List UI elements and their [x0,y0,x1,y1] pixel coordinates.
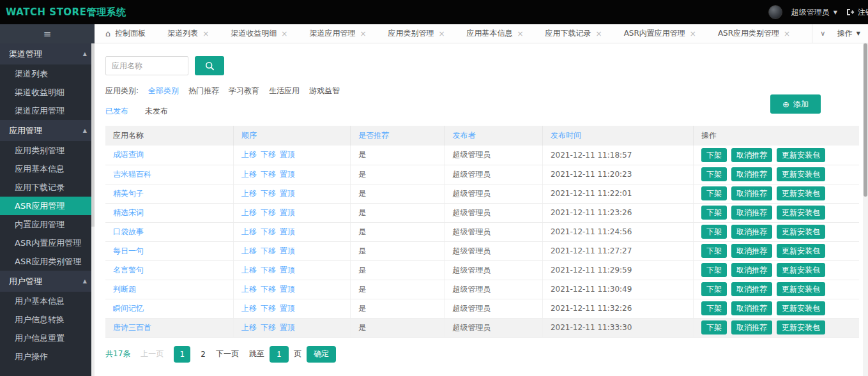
app-name-link[interactable]: 每日一句 [113,246,144,255]
tab-actions-dropdown[interactable]: 操作 ▼ [834,28,868,39]
category-link-2[interactable]: 热门推荐 [188,86,219,95]
close-icon[interactable]: × [202,29,209,38]
app-name-link[interactable]: 唐诗三百首 [113,323,151,332]
category-link-1[interactable]: 全部类别 [148,86,179,95]
app-name-link[interactable]: 吉米猫百科 [113,170,151,179]
order-link-2[interactable]: 下移 [261,189,276,198]
update-package-button[interactable]: 更新安装包 [777,186,825,200]
order-link-1[interactable]: 上移 [241,323,257,332]
close-icon[interactable]: × [690,29,696,38]
page-scrollbar-thumb[interactable] [864,43,867,197]
jump-confirm-button[interactable]: 确定 [307,346,336,363]
close-icon[interactable]: × [517,29,524,38]
tab-6[interactable]: 应用下载记录× [535,24,613,43]
app-name-link[interactable]: 瞬间记忆 [113,304,144,313]
close-icon[interactable]: × [596,29,602,38]
tab-1[interactable]: 渠道列表× [156,24,220,43]
category-link-5[interactable]: 游戏益智 [309,86,340,95]
prev-page-button[interactable]: 上一页 [141,349,164,359]
update-package-button[interactable]: 更新安装包 [777,206,825,220]
cancel-recommend-button[interactable]: 取消推荐 [731,148,772,162]
category-link-3[interactable]: 学习教育 [229,86,259,95]
unpublish-button[interactable]: 下架 [701,282,727,296]
order-link-1[interactable]: 上移 [241,246,257,255]
search-button[interactable] [195,56,224,75]
order-link-3[interactable]: 置顶 [280,170,295,179]
unpublish-button[interactable]: 下架 [701,244,727,258]
unpublish-button[interactable]: 下架 [701,167,727,181]
unpublish-button[interactable]: 下架 [701,320,727,335]
cancel-recommend-button[interactable]: 取消推荐 [731,320,772,335]
category-link-4[interactable]: 生活应用 [269,86,300,95]
app-name-link[interactable]: 精选宋词 [113,208,144,217]
sidebar-item-1-2[interactable]: 渠道收益明细 [0,83,95,102]
update-package-button[interactable]: 更新安装包 [777,263,825,277]
tab-9[interactable]: 用户基本信息× [801,24,812,43]
app-name-link[interactable]: 口袋故事 [113,227,144,236]
order-link-2[interactable]: 下移 [261,285,276,294]
app-name-link[interactable]: 名言警句 [113,266,144,274]
cancel-recommend-button[interactable]: 取消推荐 [731,263,772,277]
tab-2[interactable]: 渠道收益明细× [220,24,298,43]
order-link-1[interactable]: 上移 [241,170,257,179]
sidebar-item-2-2[interactable]: 应用基本信息 [0,160,95,178]
sidebar-group-2[interactable]: 应用管理▲ [0,120,95,141]
order-link-2[interactable]: 下移 [261,266,276,274]
unpublish-button[interactable]: 下架 [701,186,727,200]
order-link-1[interactable]: 上移 [241,227,257,236]
status-tab-2[interactable]: 未发布 [145,106,168,117]
app-name-link[interactable]: 成语查询 [113,150,144,159]
column-header-2[interactable]: 顺序 [234,126,351,146]
sidebar-item-2-4[interactable]: ASR应用管理 [0,197,95,215]
page-scrollbar[interactable] [863,43,868,376]
order-link-1[interactable]: 上移 [241,208,257,217]
app-name-link[interactable]: 精美句子 [113,189,144,198]
close-icon[interactable]: × [281,29,287,38]
jump-page-input[interactable] [270,346,289,363]
order-link-3[interactable]: 置顶 [280,285,295,294]
next-page-button[interactable]: 下一页 [216,349,239,359]
sidebar-item-3-2[interactable]: 用户信息转换 [0,310,95,329]
sidebar-item-3-3[interactable]: 用户信息重置 [0,329,95,347]
user-avatar[interactable] [768,5,782,19]
close-icon[interactable]: × [360,29,366,38]
unpublish-button[interactable]: 下架 [701,263,727,277]
sidebar-item-2-7[interactable]: ASR应用类别管理 [0,252,95,271]
tab-home[interactable]: ⌂ 控制面板 [95,24,156,43]
sidebar-item-2-1[interactable]: 应用类别管理 [0,141,95,160]
sidebar-item-2-6[interactable]: ASR内置应用管理 [0,234,95,252]
sidebar-group-1[interactable]: 渠道管理▲ [0,43,95,64]
user-menu[interactable]: 超级管理员 ▼ [791,7,837,18]
sidebar-item-2-3[interactable]: 应用下载记录 [0,178,95,197]
sidebar-group-3[interactable]: 用户管理▲ [0,271,95,292]
order-link-3[interactable]: 置顶 [280,323,295,332]
cancel-recommend-button[interactable]: 取消推荐 [731,244,772,258]
column-header-3[interactable]: 是否推荐 [350,126,445,146]
order-link-3[interactable]: 置顶 [280,150,295,159]
tab-5[interactable]: 应用基本信息× [456,24,535,43]
update-package-button[interactable]: 更新安装包 [777,148,825,162]
order-link-2[interactable]: 下移 [261,208,276,217]
sidebar-item-2-5[interactable]: 内置应用管理 [0,215,95,234]
update-package-button[interactable]: 更新安装包 [777,167,825,181]
hamburger-icon[interactable]: ≡ [43,29,52,39]
column-header-4[interactable]: 发布者 [445,126,542,146]
order-link-3[interactable]: 置顶 [280,208,295,217]
page-button-2[interactable]: 2 [201,350,206,359]
sidebar-item-1-1[interactable]: 渠道列表 [0,64,95,83]
unpublish-button[interactable]: 下架 [701,148,727,162]
order-link-2[interactable]: 下移 [261,246,276,255]
app-name-link[interactable]: 判断题 [113,285,136,294]
order-link-1[interactable]: 上移 [241,266,257,274]
update-package-button[interactable]: 更新安装包 [777,301,825,315]
update-package-button[interactable]: 更新安装包 [777,225,825,239]
sidebar-item-3-4[interactable]: 用户操作 [0,347,95,366]
close-icon[interactable]: × [784,29,790,38]
cancel-recommend-button[interactable]: 取消推荐 [731,225,772,239]
unpublish-button[interactable]: 下架 [701,225,727,239]
cancel-recommend-button[interactable]: 取消推荐 [731,206,772,220]
sidebar-item-3-1[interactable]: 用户基本信息 [0,292,95,310]
close-icon[interactable]: × [438,29,445,38]
tab-overflow-button[interactable]: ∨ [812,24,834,43]
update-package-button[interactable]: 更新安装包 [777,282,825,296]
